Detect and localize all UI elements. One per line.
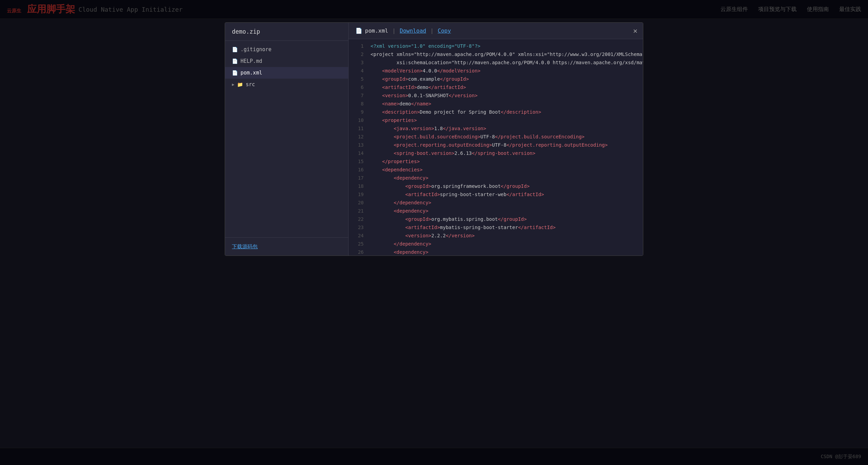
file-icon-gitignore: 📄: [232, 47, 238, 52]
line-number: 1: [351, 42, 364, 50]
line-number: 20: [351, 199, 364, 207]
tree-item-label-help: HELP.md: [241, 58, 262, 64]
code-line: 26 <dependency>: [349, 248, 643, 256]
tree-item-pomxml[interactable]: 📄 pom.xml: [225, 67, 348, 79]
code-line: 2<project xmlns="http://maven.apache.org…: [349, 50, 643, 58]
line-content: <version>2.2.2</version>: [371, 231, 474, 240]
code-line: 14 <spring-boot.version>2.6.13</spring-b…: [349, 149, 643, 157]
copy-button[interactable]: Copy: [438, 27, 451, 34]
line-number: 8: [351, 100, 364, 108]
file-tree-body: 📄 .gitignore 📄 HELP.md 📄 pom.xml ▶ 📁 src: [225, 41, 348, 237]
download-source-link[interactable]: 下载源码包: [232, 243, 258, 250]
download-link-header[interactable]: Download: [400, 27, 426, 34]
line-content: </dependency>: [371, 199, 431, 207]
code-line: 4 <modelVersion>4.0.0</modelVersion>: [349, 67, 643, 75]
code-line: 6 <artifactId>demo</artifactId>: [349, 83, 643, 91]
line-content: <dependencies>: [371, 166, 423, 174]
tree-item-label-pom: pom.xml: [241, 70, 262, 76]
file-icon-help: 📄: [232, 58, 238, 64]
line-content: <version>0.0.1-SNAPSHOT</version>: [371, 91, 478, 100]
line-number: 12: [351, 133, 364, 141]
code-line: 8 <name>demo</name>: [349, 100, 643, 108]
line-number: 9: [351, 108, 364, 116]
code-header: 📄 pom.xml | Download | Copy: [349, 23, 643, 39]
line-content: <spring-boot.version>2.6.13</spring-boot…: [371, 149, 535, 157]
line-content: <dependency>: [371, 248, 429, 256]
line-number: 22: [351, 215, 364, 223]
code-line: 13 <project.reporting.outputEncoding>UTF…: [349, 141, 643, 149]
line-number: 17: [351, 174, 364, 182]
line-content: <name>demo</name>: [371, 100, 431, 108]
line-number: 16: [351, 166, 364, 174]
line-content: <artifactId>mybatis-spring-boot-starter<…: [371, 223, 555, 231]
line-number: 21: [351, 207, 364, 215]
code-viewer: 📄 pom.xml | Download | Copy × 1<?xml ver…: [349, 23, 643, 256]
code-line: 22 <groupId>org.mybatis.spring.boot</gro…: [349, 215, 643, 223]
separator-2: |: [430, 27, 434, 34]
code-line: 18 <groupId>org.springframework.boot</gr…: [349, 182, 643, 190]
line-number: 14: [351, 149, 364, 157]
line-content: xsi:schemaLocation="http://maven.apache.…: [371, 58, 643, 67]
line-content: <?xml version="1.0" encoding="UTF-8"?>: [371, 42, 480, 50]
line-number: 18: [351, 182, 364, 190]
file-tree-footer: 下载源码包: [225, 237, 348, 256]
line-number: 13: [351, 141, 364, 149]
code-line: 5 <groupId>com.example</groupId>: [349, 75, 643, 83]
tree-item-gitignore[interactable]: 📄 .gitignore: [225, 44, 348, 55]
line-number: 15: [351, 157, 364, 166]
separator-1: |: [392, 27, 396, 34]
line-content: <artifactId>spring-boot-starter-web</art…: [371, 190, 544, 199]
file-preview-modal: demo.zip 📄 .gitignore 📄 HELP.md 📄 pom.xm…: [225, 22, 643, 256]
file-icon-pom: 📄: [232, 70, 238, 76]
modal-overlay: demo.zip 📄 .gitignore 📄 HELP.md 📄 pom.xm…: [0, 0, 868, 465]
code-line: 12 <project.build.sourceEncoding>UTF-8</…: [349, 133, 643, 141]
code-line: 7 <version>0.0.1-SNAPSHOT</version>: [349, 91, 643, 100]
code-filename-text: pom.xml: [365, 27, 388, 34]
line-content: <description>Demo project for Spring Boo…: [371, 108, 541, 116]
code-line: 11 <java.version>1.8</java.version>: [349, 124, 643, 133]
line-number: 24: [351, 231, 364, 240]
tree-item-label-gitignore: .gitignore: [241, 46, 271, 53]
tree-item-help[interactable]: 📄 HELP.md: [225, 55, 348, 67]
file-doc-icon: 📄: [355, 27, 362, 34]
code-line: 25 </dependency>: [349, 240, 643, 248]
tree-item-label-src: src: [246, 81, 255, 88]
code-line: 16 <dependencies>: [349, 166, 643, 174]
line-content: <dependency>: [371, 207, 429, 215]
zip-filename: demo.zip: [225, 23, 348, 41]
code-line: 15 </properties>: [349, 157, 643, 166]
line-content: <groupId>org.springframework.boot</group…: [371, 182, 530, 190]
code-line: 9 <description>Demo project for Spring B…: [349, 108, 643, 116]
line-content: <modelVersion>4.0.0</modelVersion>: [371, 67, 480, 75]
folder-icon-src: 📁: [237, 82, 243, 87]
close-button[interactable]: ×: [633, 27, 637, 35]
line-content: <dependency>: [371, 174, 429, 182]
line-number: 11: [351, 124, 364, 133]
chevron-icon-src: ▶: [232, 82, 234, 87]
code-line: 10 <properties>: [349, 116, 643, 124]
code-filename: 📄 pom.xml: [355, 27, 388, 34]
line-number: 19: [351, 190, 364, 199]
line-number: 3: [351, 58, 364, 67]
line-number: 5: [351, 75, 364, 83]
code-line: 19 <artifactId>spring-boot-starter-web</…: [349, 190, 643, 199]
line-content: <project xmlns="http://maven.apache.org/…: [371, 50, 643, 58]
code-line: 23 <artifactId>mybatis-spring-boot-start…: [349, 223, 643, 231]
tree-item-src[interactable]: ▶ 📁 src: [225, 79, 348, 90]
line-content: <project.build.sourceEncoding>UTF-8</pro…: [371, 133, 585, 141]
code-line: 24 <version>2.2.2</version>: [349, 231, 643, 240]
line-content: <project.reporting.outputEncoding>UTF-8<…: [371, 141, 608, 149]
line-content: <properties>: [371, 116, 417, 124]
line-number: 25: [351, 240, 364, 248]
line-content: </properties>: [371, 157, 420, 166]
line-content: </dependency>: [371, 240, 431, 248]
line-content: <groupId>org.mybatis.spring.boot</groupI…: [371, 215, 527, 223]
line-number: 23: [351, 223, 364, 231]
code-line: 21 <dependency>: [349, 207, 643, 215]
code-line: 3 xsi:schemaLocation="http://maven.apach…: [349, 58, 643, 67]
line-number: 26: [351, 248, 364, 256]
line-number: 6: [351, 83, 364, 91]
line-content: <groupId>com.example</groupId>: [371, 75, 469, 83]
code-body[interactable]: 1<?xml version="1.0" encoding="UTF-8"?>2…: [349, 39, 643, 256]
code-line: 17 <dependency>: [349, 174, 643, 182]
